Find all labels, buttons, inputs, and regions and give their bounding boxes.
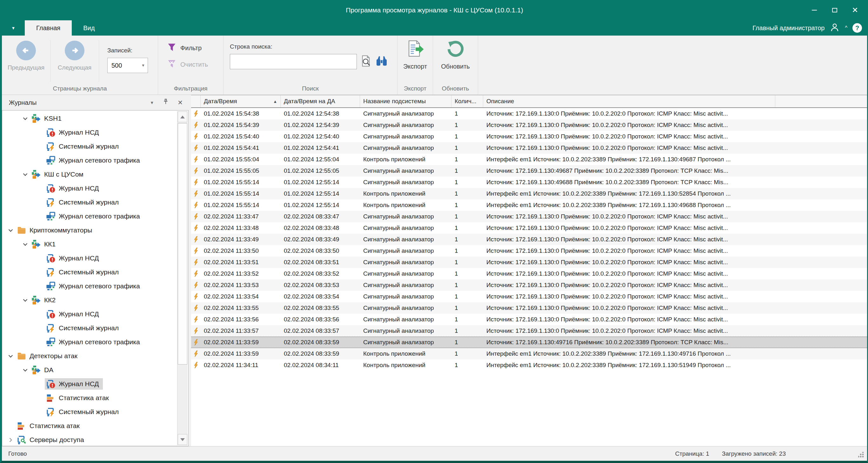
panel-menu-icon[interactable]: ▼	[150, 100, 154, 105]
chevron-down-icon[interactable]	[20, 297, 30, 303]
tree-item[interactable]: Статистика атак	[2, 391, 177, 405]
tree-item[interactable]: Системный журнал	[2, 265, 177, 279]
search-input[interactable]	[230, 54, 357, 69]
tree-scrollbar[interactable]	[177, 111, 188, 445]
tree-item[interactable]: Детекторы атак	[2, 349, 177, 363]
table-row[interactable]: 01.02.2024 15:55:1401.02.2024 12:55:14Ко…	[191, 188, 867, 199]
tree-node[interactable]: Системный журнал	[45, 267, 123, 278]
table-row[interactable]: 01.02.2024 15:55:0401.02.2024 12:55:04Ко…	[191, 154, 867, 165]
tree-node[interactable]: Журнал НСД	[45, 308, 103, 320]
tree-item[interactable]: Журнал сетевого трафика	[2, 153, 177, 167]
column-header[interactable]: Колич...	[452, 95, 483, 107]
tree-node[interactable]: Системный журнал	[45, 322, 123, 334]
chevron-down-icon[interactable]	[5, 353, 16, 359]
chevron-down-icon[interactable]	[20, 172, 30, 178]
table-row[interactable]: 02.02.2024 11:33:5502.02.2024 08:33:55Си…	[191, 302, 867, 314]
tree-item[interactable]: Журнал сетевого трафика	[2, 209, 177, 223]
tree-node[interactable]: Журнал НСД	[45, 378, 103, 390]
table-row[interactable]: 02.02.2024 11:34:1102.02.2024 08:34:11Ко…	[191, 360, 867, 371]
tree-node[interactable]: Журнал сетевого трафика	[45, 280, 144, 292]
close-button[interactable]: ✕	[845, 0, 865, 20]
table-row[interactable]: 01.02.2024 15:54:4001.02.2024 12:54:40Си…	[191, 131, 867, 142]
export-button[interactable]: Экспорт	[398, 36, 433, 70]
tree-node[interactable]: KSH1	[30, 113, 65, 124]
chevron-down-icon[interactable]	[20, 367, 30, 373]
table-row[interactable]: 02.02.2024 11:33:5002.02.2024 08:33:50Си…	[191, 245, 867, 256]
tree-node[interactable]: Журнал сетевого трафика	[45, 336, 144, 348]
tree-item[interactable]: Журнал НСД	[2, 251, 177, 265]
table-row[interactable]: 01.02.2024 15:55:1401.02.2024 12:55:14Ко…	[191, 199, 867, 211]
tree-item[interactable]: КК2	[2, 293, 177, 307]
table-row[interactable]: 02.02.2024 11:33:5902.02.2024 08:33:59Ко…	[191, 348, 867, 360]
tree-item[interactable]: Журнал сетевого трафика	[2, 335, 177, 349]
chevron-down-icon[interactable]	[20, 241, 30, 247]
table-row[interactable]: 02.02.2024 11:33:5902.02.2024 08:33:59Си…	[191, 337, 867, 348]
collapse-ribbon-icon[interactable]: ^	[845, 25, 847, 31]
column-header[interactable]: Дата/Время▲	[200, 95, 281, 107]
column-header[interactable]: Описание	[483, 95, 775, 107]
table-row[interactable]: 02.02.2024 11:33:4902.02.2024 08:33:49Си…	[191, 234, 867, 245]
table-row[interactable]: 01.02.2024 15:54:3901.02.2024 12:54:39Си…	[191, 119, 867, 131]
maximize-button[interactable]	[825, 0, 845, 20]
filter-button[interactable]: Фильтр	[167, 41, 223, 55]
tree-item[interactable]: Журнал сетевого трафика	[2, 279, 177, 293]
resize-grip-icon[interactable]	[858, 452, 864, 458]
tree-item[interactable]: Журнал НСД	[2, 181, 177, 195]
table-row[interactable]: 02.02.2024 11:33:5702.02.2024 08:33:57Си…	[191, 325, 867, 337]
user-icon[interactable]	[830, 22, 840, 34]
table-row[interactable]: 01.02.2024 15:55:1401.02.2024 12:55:14Си…	[191, 177, 867, 188]
tree-node[interactable]: Системный журнал	[45, 141, 123, 152]
clear-filter-button[interactable]: Очистить	[167, 57, 223, 72]
tree-node[interactable]: Детекторы атак	[16, 350, 81, 362]
refresh-button[interactable]: Обновить	[433, 36, 478, 70]
table-row[interactable]: 01.02.2024 15:55:0501.02.2024 12:55:05Си…	[191, 165, 867, 177]
tree-item[interactable]: KSH1	[2, 112, 177, 125]
table-row[interactable]: 02.02.2024 11:33:5202.02.2024 08:33:52Си…	[191, 268, 867, 279]
search-document-icon[interactable]	[360, 55, 372, 68]
column-header-event-icon[interactable]	[191, 95, 200, 107]
minimize-button[interactable]	[804, 0, 825, 20]
tree-node[interactable]: КК1	[30, 239, 59, 250]
tree-node[interactable]: Журнал НСД	[45, 183, 103, 194]
tree-item[interactable]: Статистика атак	[2, 419, 177, 433]
tree-item[interactable]: Системный журнал	[2, 321, 177, 335]
tab-vid[interactable]: Вид	[72, 20, 106, 36]
table-row[interactable]: 02.02.2024 11:33:5102.02.2024 08:33:51Си…	[191, 256, 867, 268]
tree-node[interactable]: DA	[30, 364, 57, 376]
scroll-up-button[interactable]	[178, 112, 187, 122]
tree-item[interactable]: Системный журнал	[2, 405, 177, 419]
tree-node[interactable]: КК2	[30, 295, 59, 306]
tree-node[interactable]: Статистика атак	[45, 392, 113, 404]
tree-node[interactable]: Статистика атак	[16, 420, 84, 432]
table-row[interactable]: 02.02.2024 11:33:4702.02.2024 08:33:47Си…	[191, 211, 867, 222]
tree-item[interactable]: Системный журнал	[2, 140, 177, 153]
tree-node[interactable]: Журнал НСД	[45, 252, 103, 264]
pin-icon[interactable]	[162, 98, 169, 107]
tree-node[interactable]: Журнал сетевого трафика	[45, 211, 144, 222]
scroll-down-button[interactable]	[178, 434, 187, 445]
tree-item[interactable]: Системный журнал	[2, 195, 177, 209]
panel-splitter[interactable]	[189, 95, 191, 446]
tree-node[interactable]: Журнал сетевого трафика	[45, 155, 144, 166]
column-header[interactable]: Дата/Время на ДА	[281, 95, 360, 107]
tree-item[interactable]: Криптокоммутаторы	[2, 223, 177, 237]
tree-node[interactable]: КШ с ЦУСом	[30, 168, 87, 180]
tree-node[interactable]: Криптокоммутаторы	[16, 224, 96, 236]
tree-item[interactable]: DA	[2, 363, 177, 377]
tree-node[interactable]: Системный журнал	[45, 196, 123, 208]
tree-item[interactable]: КШ с ЦУСом	[2, 167, 177, 181]
table-row[interactable]: 01.02.2024 15:54:3801.02.2024 12:54:38Си…	[191, 108, 867, 119]
tree-node[interactable]: Серверы доступа	[16, 434, 88, 445]
chevron-down-icon[interactable]	[20, 116, 30, 122]
table-row[interactable]: 02.02.2024 11:33:5602.02.2024 08:33:56Си…	[191, 314, 867, 325]
table-row[interactable]: 02.02.2024 11:33:5302.02.2024 08:33:53Си…	[191, 279, 867, 291]
records-count-select[interactable]: 500 ▼	[107, 58, 148, 73]
panel-close-icon[interactable]: ✕	[178, 99, 183, 106]
column-header[interactable]: Название подсистемы	[360, 95, 452, 107]
tab-glavnaya[interactable]: Главная	[25, 20, 72, 36]
chevron-down-icon[interactable]	[5, 227, 16, 234]
tree-item[interactable]: КК1	[2, 237, 177, 251]
help-button[interactable]: ?	[852, 23, 862, 33]
tree-item[interactable]: Серверы доступа	[2, 433, 177, 446]
tree-node[interactable]: Системный журнал	[45, 406, 123, 418]
